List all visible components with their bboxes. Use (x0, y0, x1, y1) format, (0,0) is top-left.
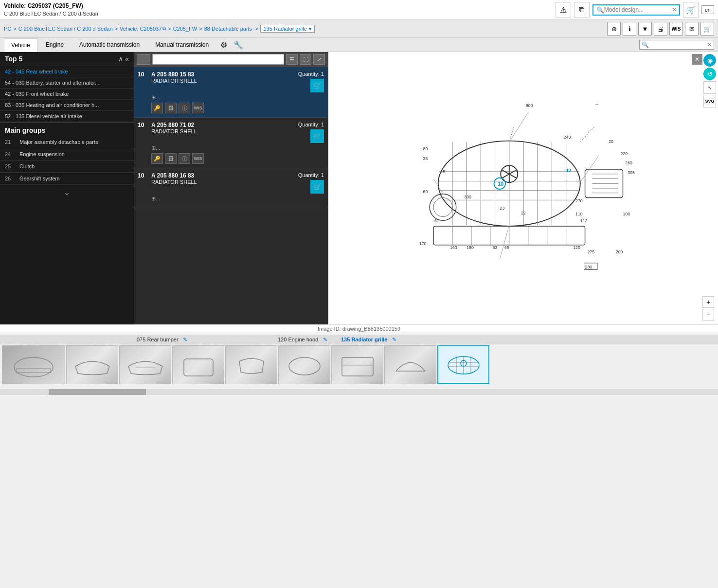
top5-item-2[interactable]: 54 - 030 Battery, starter and alternator… (0, 77, 134, 89)
thumb-item-rear-5[interactable] (278, 345, 330, 384)
part-item-2[interactable]: 10 A 205 880 71 02 RADIATOR SHELL Quanti… (134, 118, 328, 168)
breadcrumb-vehicle[interactable]: Vehicle: C205037 (120, 26, 162, 32)
filter-icon[interactable]: ▼ (638, 22, 652, 36)
diagram-circle-blue-1[interactable]: ◉ (703, 54, 716, 67)
part-2-key-icon[interactable]: 🔑 (151, 153, 163, 164)
breadcrumb-model[interactable]: C 200 BlueTEC Sedan / C 200 d Sedan (18, 26, 113, 32)
cart-breadcrumb-icon[interactable]: 🛒 (700, 22, 714, 36)
group-item-25[interactable]: 25 Clutch (0, 160, 134, 173)
top5-close-icon[interactable]: « (125, 55, 129, 63)
wis-icon[interactable]: WIS (669, 22, 683, 36)
svg-text:23: 23 (500, 206, 504, 211)
top5-collapse-icon[interactable]: ∧ (118, 55, 123, 63)
thumb-grille-edit[interactable]: ✎ (392, 337, 396, 342)
part-2-info-icon[interactable]: ⓘ (179, 153, 190, 164)
tab-icon-1[interactable]: ⚙ (217, 39, 231, 51)
parts-filter-input[interactable] (152, 54, 284, 65)
group-item-26[interactable]: 26 Gearshift system (0, 173, 134, 185)
top5-item-5[interactable]: 52 - 135 Diesel vehicle air intake (0, 111, 134, 122)
part-2-image-icon[interactable]: 🖼 (165, 153, 177, 164)
top5-header: Top 5 ∧ « (0, 52, 134, 66)
parts-toggle-btn[interactable] (137, 54, 150, 65)
thumb-item-left-1[interactable] (2, 345, 65, 384)
diagram-toolbar: ◉ ↺ ⤡ SVG (701, 52, 718, 109)
breadcrumb-radiator[interactable]: 135 Radiator grille ▾ (260, 25, 315, 33)
breadcrumb-copy-icon[interactable]: ⧉ (162, 26, 166, 32)
breadcrumb-detachable[interactable]: 88 Detachable parts (204, 26, 252, 32)
thumb-item-grille-active[interactable] (437, 345, 489, 384)
tab-automatic-transmission[interactable]: Automatic transmission (72, 38, 147, 52)
part-1-grid[interactable]: ⊞... (138, 94, 324, 101)
diagram-panel: ✕ ◉ ↺ ⤡ SVG (328, 52, 718, 324)
thumb-item-rear-3[interactable] (172, 345, 224, 384)
parts-expand-icon[interactable]: ⛶ (300, 54, 311, 65)
print-icon[interactable]: 🖨 (654, 22, 667, 36)
tab-vehicle[interactable]: Vehicle (4, 38, 37, 52)
thumb-rear-edit[interactable]: ✎ (183, 337, 187, 342)
thumb-item-rear-6[interactable] (331, 345, 383, 384)
part-2-wis-icon[interactable]: WIS (192, 153, 204, 164)
part-1-image-icon[interactable]: 🖼 (165, 103, 177, 113)
thumb-item-rear-4[interactable] (225, 345, 277, 384)
mail-icon[interactable]: ✉ (685, 22, 699, 36)
part-2-icons: 🔑 🖼 ⓘ WIS (138, 153, 324, 164)
thumb-item-rear-1[interactable] (66, 345, 118, 384)
tab-manual-transmission[interactable]: Manual transmission (148, 38, 216, 52)
thumbnails-section: 075 Rear bumper ✎ 120 Engine hood ✎ 135 … (0, 333, 718, 387)
thumb-item-hood-1[interactable] (384, 345, 436, 384)
part-item-3[interactable]: 10 A 205 880 16 83 RADIATOR SHELL Quanti… (134, 168, 328, 207)
model-search-input[interactable] (604, 6, 672, 13)
part-1-key-icon[interactable]: 🔑 (151, 103, 163, 113)
tab-icon-2[interactable]: 🔧 (232, 39, 245, 51)
tab-engine[interactable]: Engine (38, 38, 71, 52)
header-vehicle-info: Vehicle: C205037 (C205_FW) C 200 BlueTEC… (4, 2, 98, 18)
vehicle-id: Vehicle: C205037 (C205_FW) (4, 2, 98, 10)
part-3-cart-button[interactable]: 🛒 (310, 180, 324, 194)
zoom-in-button[interactable]: + (702, 296, 714, 308)
part-1-wis-icon[interactable]: WIS (192, 103, 204, 113)
top5-item-3[interactable]: 42 - 030 Front wheel brake (0, 89, 134, 100)
top5-controls: ∧ « (118, 55, 129, 63)
svg-text:60: 60 (423, 189, 428, 194)
part-2-grid[interactable]: ⊞... (138, 145, 324, 151)
thumb-section-label-grille: 135 Radiator grille ✎ (338, 336, 396, 343)
group-item-21[interactable]: 21 Major assembly detachable parts (0, 136, 134, 148)
svg-text:270: 270 (575, 198, 583, 203)
thumb-hood-edit[interactable]: ✎ (323, 337, 327, 342)
copy-icon[interactable]: ⧉ (574, 2, 590, 18)
tab-search-input[interactable] (649, 42, 707, 48)
part-1-info-icon[interactable]: ⓘ (179, 103, 190, 113)
scrollbar-thumb[interactable] (49, 389, 146, 395)
part-1-cart-button[interactable]: 🛒 (310, 79, 324, 92)
parts-list-view-icon[interactable]: ☰ (286, 54, 298, 65)
tab-search-clear[interactable]: ✕ (707, 42, 712, 48)
top5-item-1[interactable]: 42 - 045 Rear wheel brake (0, 66, 134, 77)
diagram-svg-container: 10 900 → 80 35 20 220 260 305 15 60 23 1… (328, 52, 718, 324)
breadcrumb-fw[interactable]: C205_FW (173, 26, 197, 32)
top5-item-4[interactable]: 83 - 035 Heating and air conditioner h..… (0, 100, 134, 111)
diagram-svg-btn[interactable]: SVG (703, 95, 716, 107)
part-3-grid[interactable]: ⊞... (138, 196, 324, 202)
tab-search[interactable]: 🔍 ✕ (639, 40, 714, 50)
group-item-24[interactable]: 24 Engine suspension (0, 148, 134, 160)
model-search[interactable]: 🔍 ✕ (592, 4, 680, 16)
parts-fullscreen-icon[interactable]: ⤢ (313, 54, 325, 65)
clear-search-icon[interactable]: ✕ (672, 7, 677, 13)
part-2-cart-button[interactable]: 🛒 (310, 129, 324, 143)
bottom-scrollbar[interactable] (0, 389, 718, 395)
part-item-1[interactable]: 10 A 205 880 15 83 RADIATOR SHELL Quanti… (134, 67, 328, 118)
language-selector[interactable]: en (701, 5, 714, 14)
warning-icon[interactable]: ⚠ (556, 2, 571, 18)
zoom-in-icon[interactable]: ⊕ (607, 22, 621, 36)
diagram-close-btn[interactable]: ✕ (692, 54, 702, 65)
sidebar-scroll-down[interactable]: ⌄ (0, 185, 134, 199)
thumb-item-rear-2[interactable] (119, 345, 171, 384)
cart-icon[interactable]: 🛒 (683, 2, 699, 18)
info-icon[interactable]: ℹ (623, 22, 636, 36)
diagram-arrows-icon[interactable]: ⤡ (703, 81, 716, 94)
svg-text:305: 305 (628, 170, 635, 175)
parts-panel: ☰ ⛶ ⤢ 10 A 205 880 15 83 RADIATOR SHELL … (134, 52, 328, 324)
zoom-out-button[interactable]: − (702, 309, 714, 321)
breadcrumb-pc[interactable]: PC (4, 26, 11, 32)
diagram-circle-blue-2[interactable]: ↺ (703, 68, 716, 80)
